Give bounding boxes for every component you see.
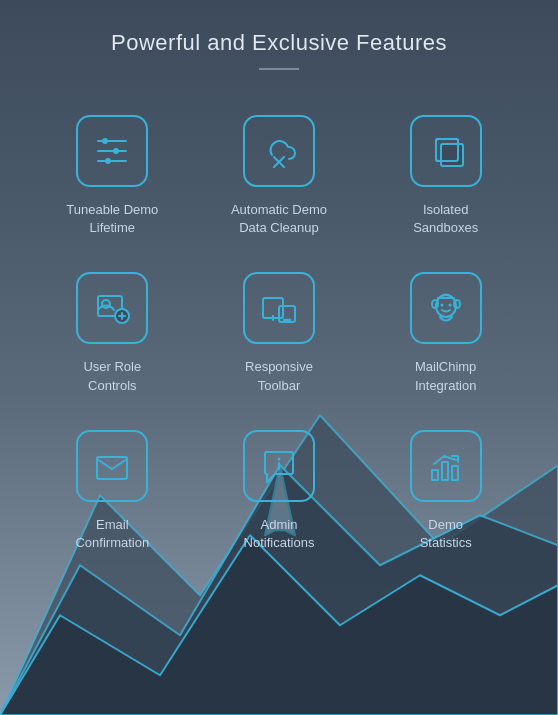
mail-icon <box>90 444 134 488</box>
feature-label-statistics: DemoStatistics <box>420 516 472 552</box>
svg-point-9 <box>105 158 111 164</box>
icon-box-user-image <box>76 272 148 344</box>
user-image-icon <box>90 286 134 330</box>
feature-label-notifications: AdminNotifications <box>244 516 315 552</box>
icon-box-chat-info <box>243 430 315 502</box>
svg-point-28 <box>440 304 443 307</box>
icon-box-cloud-x <box>243 115 315 187</box>
svg-point-25 <box>432 300 438 308</box>
svg-rect-33 <box>432 470 438 480</box>
icon-box-chart-up <box>410 430 482 502</box>
layers-icon <box>424 129 468 173</box>
features-grid: Tuneable DemoLifetime Automatic DemoData… <box>29 100 529 572</box>
svg-point-26 <box>454 300 460 308</box>
icon-box-layers <box>410 115 482 187</box>
feature-label-cleanup: Automatic DemoData Cleanup <box>231 201 327 237</box>
feature-label-tuneable: Tuneable DemoLifetime <box>66 201 158 237</box>
svg-rect-13 <box>441 144 463 166</box>
chat-info-icon <box>257 444 301 488</box>
mailchimp-icon <box>424 286 468 330</box>
icon-box-mail <box>76 430 148 502</box>
svg-rect-34 <box>442 462 448 480</box>
chart-up-icon <box>424 444 468 488</box>
title-divider <box>259 68 299 70</box>
feature-item-auto-cleanup: Automatic DemoData Cleanup <box>196 100 363 257</box>
cloud-x-icon <box>257 129 301 173</box>
feature-item-isolated: IsolatedSandboxes <box>362 100 529 257</box>
svg-point-8 <box>113 148 119 154</box>
icon-box-mailchimp <box>410 272 482 344</box>
feature-item-tuneable-demo: Tuneable DemoLifetime <box>29 100 196 257</box>
svg-point-29 <box>448 304 451 307</box>
feature-item-email: EmailConfirmation <box>29 415 196 572</box>
feature-item-mailchimp: MailChimpIntegration <box>362 257 529 414</box>
feature-item-notifications: AdminNotifications <box>196 415 363 572</box>
feature-item-statistics: DemoStatistics <box>362 415 529 572</box>
page-wrapper: Powerful and Exclusive Features Tuneable… <box>0 0 558 715</box>
feature-label-mailchimp: MailChimpIntegration <box>415 358 476 394</box>
page-title: Powerful and Exclusive Features <box>20 30 538 56</box>
feature-item-responsive: ResponsiveToolbar <box>196 257 363 414</box>
feature-label-user-role: User RoleControls <box>83 358 141 394</box>
page-content: Powerful and Exclusive Features Tuneable… <box>0 0 558 592</box>
feature-label-responsive: ResponsiveToolbar <box>245 358 313 394</box>
devices-icon <box>257 286 301 330</box>
icon-box-devices <box>243 272 315 344</box>
feature-item-user-role: User RoleControls <box>29 257 196 414</box>
icon-box-sliders <box>76 115 148 187</box>
svg-point-16 <box>102 300 110 308</box>
feature-label-email: EmailConfirmation <box>75 516 149 552</box>
sliders-icon <box>90 129 134 173</box>
feature-label-isolated: IsolatedSandboxes <box>413 201 478 237</box>
svg-point-7 <box>102 138 108 144</box>
svg-rect-35 <box>452 466 458 480</box>
